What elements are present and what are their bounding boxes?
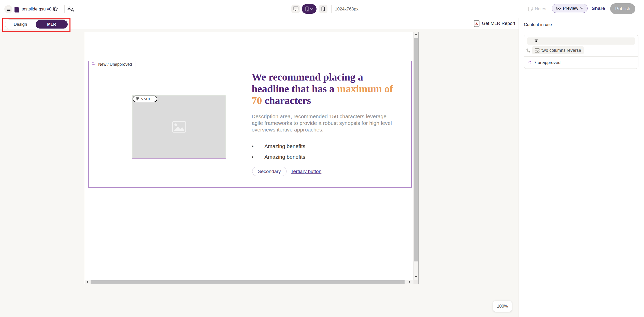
slide-buttons-row: Secondary Tertiary button	[252, 167, 321, 176]
scroll-right-arrow[interactable]	[409, 281, 410, 283]
headline-part2: characters	[262, 95, 311, 106]
tablet-icon	[305, 6, 309, 11]
topbar-divider	[64, 5, 65, 13]
tertiary-button-link[interactable]: Tertiary button	[291, 169, 321, 174]
topbar-divider-2	[331, 5, 332, 13]
publish-button[interactable]: Publish	[610, 3, 635, 14]
vertical-scrollbar[interactable]	[413, 32, 418, 280]
flag-icon	[527, 61, 532, 65]
scrollbar-corner	[413, 280, 418, 284]
slide-canvas[interactable]: New / Unapproved VAULT We recommend plac…	[85, 32, 419, 284]
component-name: two columns reverse	[541, 48, 581, 53]
hamburger-icon	[7, 8, 10, 11]
share-button[interactable]: Share	[592, 6, 605, 11]
component-row: two columns reverse	[526, 46, 635, 54]
content-card[interactable]: two columns reverse 7 unapproved	[524, 35, 638, 69]
tab-design[interactable]: Design	[5, 22, 36, 27]
viewport-size-label: 1024x768px	[335, 7, 359, 12]
notes-label: Notes	[535, 6, 546, 11]
device-mobile-button[interactable]	[319, 5, 327, 13]
secondary-toolbar: Design MLR Get MLR Report	[0, 18, 519, 29]
vault-asset-tag[interactable]: VAULT	[133, 96, 157, 102]
unapproved-count-label: 7 unapproved	[534, 60, 561, 65]
mode-toggle: Design MLR	[5, 19, 68, 29]
chevron-down-icon	[310, 8, 313, 10]
vault-logo-icon	[135, 97, 139, 101]
device-desktop-button[interactable]	[291, 5, 300, 13]
star-icon	[53, 6, 59, 12]
get-mlr-report-label: Get MLR Report	[482, 21, 515, 26]
get-mlr-report-button[interactable]: Get MLR Report	[473, 19, 516, 28]
favorite-star-button[interactable]	[53, 6, 59, 12]
two-columns-layout-icon	[535, 48, 540, 53]
content-in-use-panel: Content in use	[519, 18, 644, 317]
translate-icon	[67, 6, 74, 12]
flag-icon	[91, 62, 96, 67]
panel-title: Content in use	[519, 18, 644, 31]
preview-chevron-icon	[580, 7, 583, 9]
horizontal-scroll-thumb[interactable]	[91, 280, 405, 284]
tab-mlr[interactable]: MLR	[36, 20, 68, 29]
preview-button[interactable]: Preview	[552, 4, 588, 13]
horizontal-scrollbar[interactable]	[85, 280, 413, 284]
file-title: testslide gsu v0.2	[22, 7, 55, 11]
document-icon	[15, 7, 19, 12]
scroll-down-arrow[interactable]	[415, 276, 417, 278]
card-divider	[524, 56, 638, 57]
bullet-item[interactable]: Amazing benefits	[252, 143, 379, 149]
component-chip[interactable]: two columns reverse	[532, 46, 584, 54]
section-status-flag[interactable]: New / Unapproved	[88, 61, 136, 68]
vertical-scroll-thumb[interactable]	[414, 38, 418, 261]
vault-source-bar[interactable]	[527, 37, 635, 45]
nested-child-arrow-icon	[526, 48, 531, 53]
zoom-level-badge[interactable]: 100%	[493, 301, 512, 312]
vault-tag-label: VAULT	[141, 97, 153, 101]
slide-headline[interactable]: We recommend placing a headline that has…	[252, 71, 394, 106]
notes-icon	[528, 7, 533, 11]
secondary-button[interactable]: Secondary	[252, 167, 287, 176]
vault-logo-icon	[534, 39, 538, 43]
preview-label: Preview	[563, 6, 578, 11]
translate-button[interactable]	[67, 6, 74, 12]
image-icon	[172, 121, 186, 133]
image-placeholder[interactable]: VAULT	[132, 95, 226, 159]
main-menu-button[interactable]	[4, 5, 12, 13]
slide-description[interactable]: Description area, recommended 150 charac…	[252, 113, 395, 133]
pdf-file-icon	[474, 20, 480, 27]
bullet-item[interactable]: Amazing benefits	[252, 154, 379, 160]
scroll-up-arrow[interactable]	[415, 34, 417, 35]
desktop-icon	[293, 6, 298, 11]
mobile-icon	[321, 6, 325, 11]
bullet-text: Amazing benefits	[264, 143, 305, 149]
unapproved-row[interactable]: 7 unapproved	[527, 58, 635, 67]
top-bar: testslide gsu v0.2	[0, 0, 644, 18]
scroll-left-arrow[interactable]	[87, 281, 88, 283]
bullet-text: Amazing benefits	[264, 154, 305, 160]
device-tablet-button[interactable]	[302, 4, 317, 14]
notes-toggle[interactable]: Notes	[528, 6, 546, 11]
eye-icon	[556, 7, 561, 10]
section-status-label: New / Unapproved	[98, 62, 132, 67]
